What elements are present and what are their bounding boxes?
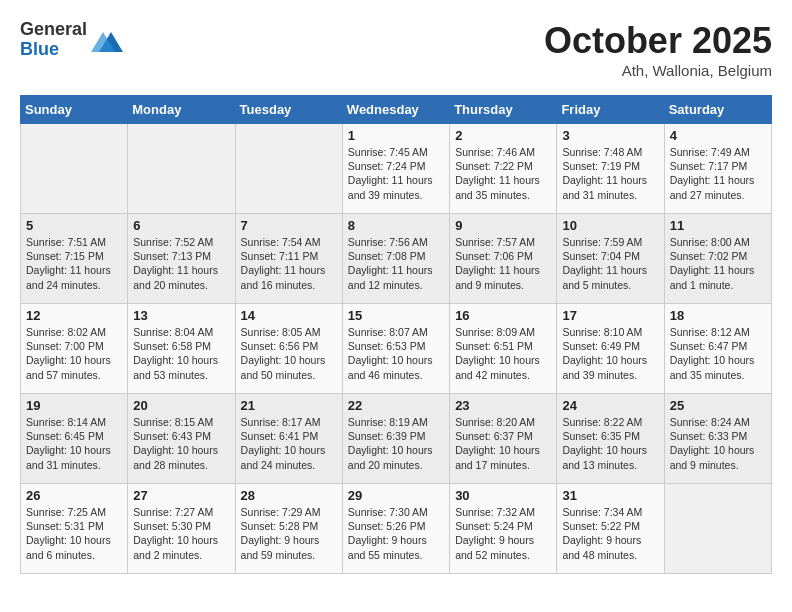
page-header: General Blue October 2025 Ath, Wallonia,… (20, 20, 772, 79)
calendar-cell: 23Sunrise: 8:20 AM Sunset: 6:37 PM Dayli… (450, 394, 557, 484)
logo: General Blue (20, 20, 123, 60)
header-tuesday: Tuesday (235, 96, 342, 124)
week-row-1: 1Sunrise: 7:45 AM Sunset: 7:24 PM Daylig… (21, 124, 772, 214)
cell-info: Sunrise: 8:24 AM Sunset: 6:33 PM Dayligh… (670, 415, 766, 472)
cell-info: Sunrise: 7:25 AM Sunset: 5:31 PM Dayligh… (26, 505, 122, 562)
calendar-cell: 24Sunrise: 8:22 AM Sunset: 6:35 PM Dayli… (557, 394, 664, 484)
day-number: 19 (26, 398, 122, 413)
logo-general: General (20, 20, 87, 40)
calendar-cell: 22Sunrise: 8:19 AM Sunset: 6:39 PM Dayli… (342, 394, 449, 484)
title-block: October 2025 Ath, Wallonia, Belgium (544, 20, 772, 79)
cell-info: Sunrise: 7:54 AM Sunset: 7:11 PM Dayligh… (241, 235, 337, 292)
cell-info: Sunrise: 7:45 AM Sunset: 7:24 PM Dayligh… (348, 145, 444, 202)
calendar-cell: 11Sunrise: 8:00 AM Sunset: 7:02 PM Dayli… (664, 214, 771, 304)
header-sunday: Sunday (21, 96, 128, 124)
calendar-cell: 13Sunrise: 8:04 AM Sunset: 6:58 PM Dayli… (128, 304, 235, 394)
day-number: 13 (133, 308, 229, 323)
calendar-cell: 7Sunrise: 7:54 AM Sunset: 7:11 PM Daylig… (235, 214, 342, 304)
calendar-table: SundayMondayTuesdayWednesdayThursdayFrid… (20, 95, 772, 574)
calendar-cell: 6Sunrise: 7:52 AM Sunset: 7:13 PM Daylig… (128, 214, 235, 304)
day-number: 9 (455, 218, 551, 233)
day-number: 4 (670, 128, 766, 143)
header-friday: Friday (557, 96, 664, 124)
day-number: 17 (562, 308, 658, 323)
week-row-4: 19Sunrise: 8:14 AM Sunset: 6:45 PM Dayli… (21, 394, 772, 484)
cell-info: Sunrise: 8:14 AM Sunset: 6:45 PM Dayligh… (26, 415, 122, 472)
calendar-cell: 19Sunrise: 8:14 AM Sunset: 6:45 PM Dayli… (21, 394, 128, 484)
day-number: 27 (133, 488, 229, 503)
cell-info: Sunrise: 8:04 AM Sunset: 6:58 PM Dayligh… (133, 325, 229, 382)
cell-info: Sunrise: 8:17 AM Sunset: 6:41 PM Dayligh… (241, 415, 337, 472)
calendar-cell: 9Sunrise: 7:57 AM Sunset: 7:06 PM Daylig… (450, 214, 557, 304)
calendar-cell: 16Sunrise: 8:09 AM Sunset: 6:51 PM Dayli… (450, 304, 557, 394)
cell-info: Sunrise: 7:34 AM Sunset: 5:22 PM Dayligh… (562, 505, 658, 562)
cell-info: Sunrise: 7:49 AM Sunset: 7:17 PM Dayligh… (670, 145, 766, 202)
calendar-cell: 26Sunrise: 7:25 AM Sunset: 5:31 PM Dayli… (21, 484, 128, 574)
calendar-cell: 4Sunrise: 7:49 AM Sunset: 7:17 PM Daylig… (664, 124, 771, 214)
day-number: 24 (562, 398, 658, 413)
header-wednesday: Wednesday (342, 96, 449, 124)
day-number: 14 (241, 308, 337, 323)
cell-info: Sunrise: 7:30 AM Sunset: 5:26 PM Dayligh… (348, 505, 444, 562)
cell-info: Sunrise: 7:52 AM Sunset: 7:13 PM Dayligh… (133, 235, 229, 292)
cell-info: Sunrise: 8:09 AM Sunset: 6:51 PM Dayligh… (455, 325, 551, 382)
cell-info: Sunrise: 8:22 AM Sunset: 6:35 PM Dayligh… (562, 415, 658, 472)
day-number: 1 (348, 128, 444, 143)
cell-info: Sunrise: 8:20 AM Sunset: 6:37 PM Dayligh… (455, 415, 551, 472)
calendar-cell: 5Sunrise: 7:51 AM Sunset: 7:15 PM Daylig… (21, 214, 128, 304)
cell-info: Sunrise: 7:56 AM Sunset: 7:08 PM Dayligh… (348, 235, 444, 292)
calendar-cell: 17Sunrise: 8:10 AM Sunset: 6:49 PM Dayli… (557, 304, 664, 394)
day-number: 18 (670, 308, 766, 323)
day-number: 8 (348, 218, 444, 233)
calendar-cell (128, 124, 235, 214)
cell-info: Sunrise: 8:05 AM Sunset: 6:56 PM Dayligh… (241, 325, 337, 382)
location: Ath, Wallonia, Belgium (544, 62, 772, 79)
day-number: 10 (562, 218, 658, 233)
cell-info: Sunrise: 7:57 AM Sunset: 7:06 PM Dayligh… (455, 235, 551, 292)
day-number: 2 (455, 128, 551, 143)
logo-text: General Blue (20, 20, 87, 60)
calendar-cell: 29Sunrise: 7:30 AM Sunset: 5:26 PM Dayli… (342, 484, 449, 574)
cell-info: Sunrise: 7:46 AM Sunset: 7:22 PM Dayligh… (455, 145, 551, 202)
week-row-3: 12Sunrise: 8:02 AM Sunset: 7:00 PM Dayli… (21, 304, 772, 394)
cell-info: Sunrise: 7:29 AM Sunset: 5:28 PM Dayligh… (241, 505, 337, 562)
calendar-cell: 31Sunrise: 7:34 AM Sunset: 5:22 PM Dayli… (557, 484, 664, 574)
header-thursday: Thursday (450, 96, 557, 124)
cell-info: Sunrise: 7:32 AM Sunset: 5:24 PM Dayligh… (455, 505, 551, 562)
month-title: October 2025 (544, 20, 772, 62)
week-row-5: 26Sunrise: 7:25 AM Sunset: 5:31 PM Dayli… (21, 484, 772, 574)
day-number: 3 (562, 128, 658, 143)
header-monday: Monday (128, 96, 235, 124)
logo-blue: Blue (20, 40, 87, 60)
cell-info: Sunrise: 8:19 AM Sunset: 6:39 PM Dayligh… (348, 415, 444, 472)
day-number: 12 (26, 308, 122, 323)
calendar-cell: 28Sunrise: 7:29 AM Sunset: 5:28 PM Dayli… (235, 484, 342, 574)
calendar-cell: 2Sunrise: 7:46 AM Sunset: 7:22 PM Daylig… (450, 124, 557, 214)
day-number: 23 (455, 398, 551, 413)
header-row: SundayMondayTuesdayWednesdayThursdayFrid… (21, 96, 772, 124)
cell-info: Sunrise: 7:59 AM Sunset: 7:04 PM Dayligh… (562, 235, 658, 292)
day-number: 28 (241, 488, 337, 503)
day-number: 11 (670, 218, 766, 233)
cell-info: Sunrise: 8:10 AM Sunset: 6:49 PM Dayligh… (562, 325, 658, 382)
cell-info: Sunrise: 8:12 AM Sunset: 6:47 PM Dayligh… (670, 325, 766, 382)
day-number: 6 (133, 218, 229, 233)
day-number: 22 (348, 398, 444, 413)
day-number: 29 (348, 488, 444, 503)
day-number: 21 (241, 398, 337, 413)
cell-info: Sunrise: 8:00 AM Sunset: 7:02 PM Dayligh… (670, 235, 766, 292)
calendar-cell: 18Sunrise: 8:12 AM Sunset: 6:47 PM Dayli… (664, 304, 771, 394)
calendar-cell (664, 484, 771, 574)
calendar-cell (235, 124, 342, 214)
day-number: 26 (26, 488, 122, 503)
week-row-2: 5Sunrise: 7:51 AM Sunset: 7:15 PM Daylig… (21, 214, 772, 304)
cell-info: Sunrise: 8:15 AM Sunset: 6:43 PM Dayligh… (133, 415, 229, 472)
day-number: 31 (562, 488, 658, 503)
day-number: 25 (670, 398, 766, 413)
day-number: 30 (455, 488, 551, 503)
calendar-body: 1Sunrise: 7:45 AM Sunset: 7:24 PM Daylig… (21, 124, 772, 574)
cell-info: Sunrise: 7:48 AM Sunset: 7:19 PM Dayligh… (562, 145, 658, 202)
calendar-cell: 8Sunrise: 7:56 AM Sunset: 7:08 PM Daylig… (342, 214, 449, 304)
day-number: 5 (26, 218, 122, 233)
calendar-cell: 14Sunrise: 8:05 AM Sunset: 6:56 PM Dayli… (235, 304, 342, 394)
